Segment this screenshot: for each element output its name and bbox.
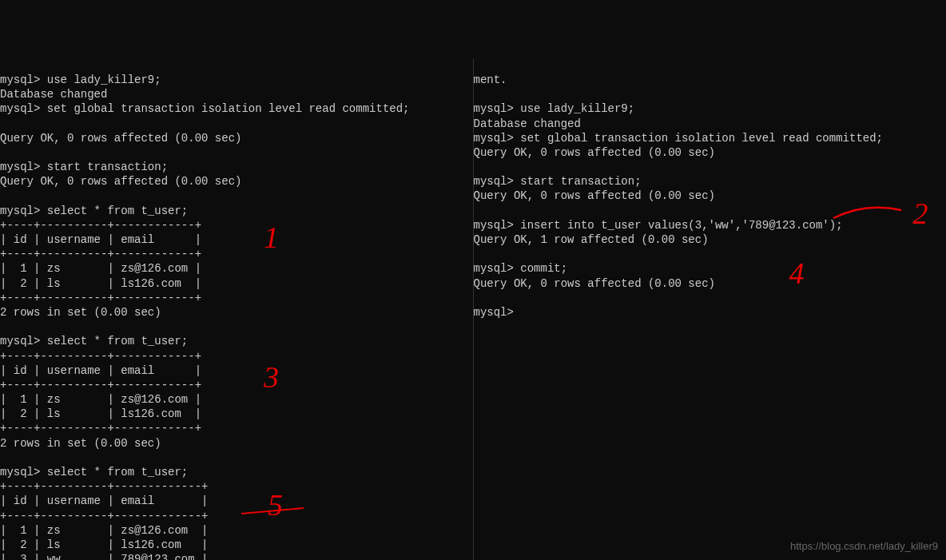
line: mysql> commit;: [474, 262, 568, 275]
line: mysql> use lady_killer9;: [474, 102, 635, 115]
annotation-2-icon: [829, 198, 941, 230]
table-header: | id | username | email |: [0, 364, 201, 377]
table-footer: 2 rows in set (0.00 sec): [0, 437, 161, 450]
line: Database changed: [0, 88, 107, 101]
table-row: | 2 | ls | ls126.com |: [0, 407, 201, 420]
table-border: +----+----------+------------+: [0, 379, 201, 391]
line: ment.: [474, 73, 507, 86]
table-row: | 1 | zs | zs@126.com |: [0, 262, 201, 275]
prompt[interactable]: mysql>: [474, 306, 514, 319]
annotation-4: 4: [789, 254, 805, 293]
terminal-container: mysql> use lady_killer9; Database change…: [0, 58, 946, 560]
table-border: +----+----------+------------+: [0, 350, 201, 363]
line: mysql> use lady_killer9;: [0, 73, 161, 86]
annotation-5: 5: [268, 486, 283, 525]
line: mysql> select * from t_user;: [0, 335, 188, 348]
annotation-1: 1: [264, 218, 279, 257]
terminal-pane-left[interactable]: mysql> use lady_killer9; Database change…: [0, 58, 474, 560]
table-footer: 2 rows in set (0.00 sec): [0, 306, 161, 319]
line: Query OK, 1 row affected (0.00 sec): [474, 233, 709, 246]
line: Query OK, 0 rows affected (0.00 sec): [474, 277, 715, 290]
table-row: | 1 | zs | zs@126.com |: [0, 524, 208, 537]
table-border: +----+----------+------------+: [0, 219, 201, 232]
annotation-3: 3: [264, 358, 279, 397]
terminal-pane-right[interactable]: ment. mysql> use lady_killer9; Database …: [474, 58, 947, 560]
table-row: | 2 | ls | ls126.com |: [0, 277, 201, 290]
table-row: | 2 | ls | ls126.com |: [0, 538, 208, 551]
line: mysql> select * from t_user;: [0, 205, 188, 217]
table-border: +----+----------+------------+: [0, 422, 201, 435]
line: mysql> insert into t_user values(3,'ww',…: [474, 219, 843, 232]
table-border: +----+----------+------------+: [0, 292, 201, 304]
table-header: | id | username | email |: [0, 233, 201, 246]
line: mysql> set global transaction isolation …: [474, 132, 883, 145]
table-border: +----+----------+-------------+: [0, 480, 208, 493]
table-row: | 1 | zs | zs@126.com |: [0, 393, 201, 406]
line: Database changed: [474, 117, 581, 130]
line: mysql> start transaction;: [474, 175, 642, 188]
table-border: +----+----------+------------+: [0, 248, 201, 260]
line: Query OK, 0 rows affected (0.00 sec): [474, 189, 715, 202]
annotation-2: 2: [913, 194, 928, 233]
line: mysql> start transaction;: [0, 161, 168, 173]
line: Query OK, 0 rows affected (0.00 sec): [0, 132, 241, 145]
annotation-line-icon: [240, 502, 312, 526]
watermark: https://blog.csdn.net/lady_killer9: [790, 540, 938, 554]
line: mysql> select * from t_user;: [0, 466, 188, 479]
line: Query OK, 0 rows affected (0.00 sec): [0, 175, 241, 188]
line: mysql> set global transaction isolation …: [0, 102, 409, 115]
table-border: +----+----------+-------------+: [0, 510, 208, 522]
table-row: | 3 | ww | 789@123.com |: [0, 553, 208, 560]
line: Query OK, 0 rows affected (0.00 sec): [474, 146, 715, 159]
table-header: | id | username | email |: [0, 494, 208, 507]
